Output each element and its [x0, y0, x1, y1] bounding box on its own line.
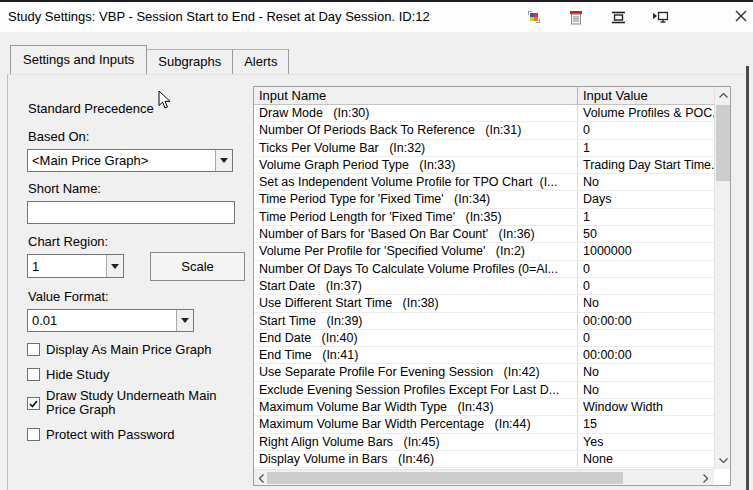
table-row[interactable]: Number of Bars for 'Based On Bar Count' …	[254, 226, 714, 243]
input-name-cell: Set as Independent Volume Profile for TP…	[254, 174, 577, 190]
checkbox-box[interactable]	[27, 397, 40, 410]
input-value-cell: No	[577, 382, 714, 398]
based-on-select[interactable]: <Main Price Graph>	[27, 149, 233, 172]
value-format-select[interactable]: 0.01	[27, 309, 194, 332]
table-row[interactable]: Set as Independent Volume Profile for TP…	[254, 174, 714, 191]
scale-button[interactable]: Scale	[150, 252, 245, 281]
table-row[interactable]: Maximum Volume Bar Width Type (In:43)Win…	[254, 399, 714, 416]
titlebar[interactable]: Study Settings: VBP - Session Start to E…	[0, 2, 753, 32]
input-value-cell: 0	[577, 261, 714, 277]
table-row[interactable]: Start Time (In:39)00:00:00	[254, 313, 714, 330]
input-value-cell: Yes	[577, 434, 714, 450]
input-name-cell: Number Of Days To Calculate Volume Profi…	[254, 261, 577, 277]
input-value-cell: 1	[577, 209, 714, 225]
input-name-cell: Time Period Type for 'Fixed Time' (In:34…	[254, 191, 577, 207]
table-row[interactable]: Draw Mode (In:30)Volume Profiles & POC,	[254, 105, 714, 122]
send-to-chart-icon[interactable]	[652, 9, 668, 25]
input-name-cell: Number Of Periods Back To Reference (In:…	[254, 122, 577, 138]
input-name-cell: Start Time (In:39)	[254, 313, 577, 329]
table-row[interactable]: Exclude Evening Session Profiles Except …	[254, 382, 714, 399]
table-row[interactable]: Display Volume in Bars (In:46)None	[254, 451, 714, 468]
delete-study-icon[interactable]	[568, 9, 584, 25]
table-row[interactable]: Ticks Per Volume Bar (In:32)1	[254, 140, 714, 157]
table-row[interactable]: Maximum Volume Bar Width Percentage (In:…	[254, 416, 714, 433]
table-row[interactable]: Right Align Volume Bars (In:45)Yes	[254, 434, 714, 451]
tab-subgraphs[interactable]: Subgraphs	[147, 49, 233, 74]
table-row[interactable]: Time Period Length for 'Fixed Time' (In:…	[254, 209, 714, 226]
inputs-table: Input Name Input Value Draw Mode (In:30)…	[253, 86, 731, 486]
table-row[interactable]: Number Of Periods Back To Reference (In:…	[254, 122, 714, 139]
input-name-cell: Right Align Volume Bars (In:45)	[254, 434, 577, 450]
input-value-cell: 0	[577, 122, 714, 138]
input-value-cell: 0	[577, 278, 714, 294]
column-header-input-name[interactable]: Input Name	[254, 87, 577, 104]
standard-precedence-label: Standard Precedence	[28, 101, 154, 116]
checkbox-draw-study-underneath[interactable]: Draw Study Underneath Main Price Graph	[27, 390, 218, 417]
input-value-cell: 1	[577, 140, 714, 156]
scroll-left-icon[interactable]	[254, 470, 268, 486]
short-name-input[interactable]	[27, 201, 235, 224]
table-row[interactable]: Use Different Start Time (In:38)No	[254, 295, 714, 312]
input-value-cell: Volume Profiles & POC,	[577, 105, 714, 121]
table-row[interactable]: Volume Graph Period Type (In:33)Trading …	[254, 157, 714, 174]
based-on-value: <Main Price Graph>	[28, 153, 215, 168]
chevron-down-icon[interactable]	[106, 255, 123, 277]
table-row[interactable]: End Time (In:41)00:00:00	[254, 347, 714, 364]
input-name-cell: Volume Per Profile for 'Specified Volume…	[254, 243, 577, 259]
input-name-cell: Start Date (In:37)	[254, 278, 577, 294]
table-row[interactable]: Use Separate Profile For Evening Session…	[254, 364, 714, 381]
table-row[interactable]: Number Of Days To Calculate Volume Profi…	[254, 261, 714, 278]
close-icon[interactable]	[731, 6, 751, 26]
horizontal-scrollbar[interactable]	[254, 469, 714, 485]
scroll-down-icon[interactable]	[715, 452, 731, 469]
mouse-cursor-icon	[158, 90, 171, 112]
focus-window-icon[interactable]	[610, 9, 626, 25]
input-value-cell: No	[577, 364, 714, 380]
table-row[interactable]: End Date (In:40)0	[254, 330, 714, 347]
table-row[interactable]: Time Period Type for 'Fixed Time' (In:34…	[254, 191, 714, 208]
checkbox-display-as-main-price-graph[interactable]: Display As Main Price Graph	[27, 343, 211, 357]
checkbox-box[interactable]	[27, 343, 40, 356]
input-value-cell: No	[577, 174, 714, 190]
input-name-cell: Ticks Per Volume Bar (In:32)	[254, 140, 577, 156]
input-name-cell: Display Volume in Bars (In:46)	[254, 451, 577, 467]
input-value-cell: 15	[577, 416, 714, 432]
scroll-up-icon[interactable]	[715, 87, 731, 104]
tab-settings-and-inputs[interactable]: Settings and Inputs	[10, 45, 147, 74]
input-value-cell: None	[577, 451, 714, 467]
color-palette-icon[interactable]	[526, 9, 542, 25]
column-header-input-value[interactable]: Input Value	[577, 87, 714, 104]
input-name-cell: Maximum Volume Bar Width Percentage (In:…	[254, 416, 577, 432]
checkbox-protect-with-password[interactable]: Protect with Password	[27, 428, 175, 442]
window-right-edge	[746, 66, 749, 490]
input-value-cell: Trading Day Start Time.	[577, 157, 714, 173]
chart-region-select[interactable]: 1	[27, 254, 124, 278]
chevron-down-icon[interactable]	[176, 310, 193, 331]
scroll-right-icon[interactable]	[698, 470, 712, 486]
input-name-cell: Number of Bars for 'Based On Bar Count' …	[254, 226, 577, 242]
checkbox-box[interactable]	[27, 368, 40, 381]
tabpage-border-top	[7, 74, 745, 75]
input-name-cell: Exclude Evening Session Profiles Except …	[254, 382, 577, 398]
table-row[interactable]: Volume Per Profile for 'Specified Volume…	[254, 243, 714, 260]
table-row[interactable]: Start Date (In:37)0	[254, 278, 714, 295]
input-value-cell: 0	[577, 330, 714, 346]
checkbox-box[interactable]	[27, 428, 40, 441]
input-name-cell: End Date (In:40)	[254, 330, 577, 346]
vertical-scrollbar[interactable]	[714, 87, 730, 469]
based-on-label: Based On:	[28, 129, 89, 144]
chart-region-label: Chart Region:	[28, 234, 108, 249]
input-name-cell: Draw Mode (In:30)	[254, 105, 577, 121]
input-table-rows: Draw Mode (In:30)Volume Profiles & POC,N…	[254, 105, 714, 469]
input-name-cell: End Time (In:41)	[254, 347, 577, 363]
chevron-down-icon[interactable]	[215, 150, 232, 171]
input-name-cell: Use Different Start Time (In:38)	[254, 295, 577, 311]
checkbox-label: Display As Main Price Graph	[46, 342, 211, 357]
tab-alerts[interactable]: Alerts	[233, 49, 289, 74]
short-name-label: Short Name:	[28, 181, 101, 196]
vertical-scrollbar-thumb[interactable]	[716, 105, 730, 181]
input-name-cell: Volume Graph Period Type (In:33)	[254, 157, 577, 173]
horizontal-scrollbar-thumb[interactable]	[267, 472, 623, 484]
tabpage-border-left	[7, 74, 8, 490]
checkbox-hide-study[interactable]: Hide Study	[27, 368, 110, 382]
